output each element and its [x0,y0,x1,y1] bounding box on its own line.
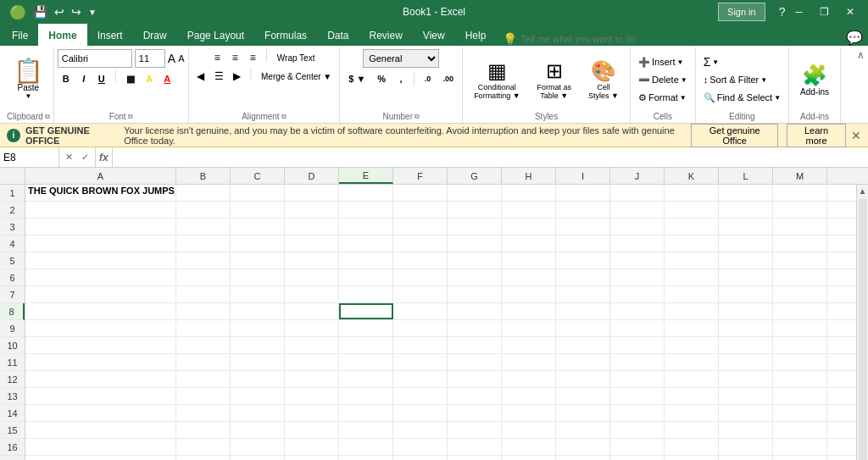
cell-l7[interactable] [719,286,773,302]
cell-j4[interactable] [610,236,665,252]
merge-center-button[interactable]: Merge & Center ▼ [257,68,336,85]
col-header-c[interactable]: C [231,168,285,184]
cell-c16[interactable] [231,439,285,455]
cell-b6[interactable] [176,269,231,285]
col-header-g[interactable]: G [448,168,502,184]
col-header-a[interactable]: A [25,168,176,184]
font-expand-icon[interactable]: ⧉ [128,113,133,121]
cell-c2[interactable] [231,202,285,218]
cell-a17[interactable] [25,456,176,460]
row-num-7[interactable]: 7 [0,286,25,303]
cell-g16[interactable] [448,439,502,455]
italic-button[interactable]: I [75,70,92,87]
col-header-l[interactable]: L [719,168,773,184]
cell-c3[interactable] [231,219,285,235]
row-num-2[interactable]: 2 [0,202,25,219]
alignment-expand-icon[interactable]: ⧉ [281,113,287,121]
cell-i8[interactable] [556,303,610,319]
cell-k17[interactable] [665,456,719,460]
bold-button[interactable]: B [58,70,75,87]
cell-h2[interactable] [502,202,556,218]
cell-f8[interactable] [393,303,448,319]
tab-file[interactable]: File [2,24,38,46]
align-top-center-button[interactable]: ≡ [226,49,243,66]
cell-b17[interactable] [176,456,231,460]
cell-i17[interactable] [556,456,610,460]
sort-filter-button[interactable]: ↕ Sort & Filter ▼ [699,71,785,88]
cell-b10[interactable] [176,337,231,353]
cell-d11[interactable] [285,354,339,370]
row-num-13[interactable]: 13 [0,388,25,405]
cell-a6[interactable] [25,269,176,285]
row-num-5[interactable]: 5 [0,252,25,269]
cell-b14[interactable] [176,405,231,421]
cell-i4[interactable] [556,236,610,252]
row-num-1[interactable]: 1 [0,185,25,202]
cell-f13[interactable] [393,388,448,404]
cell-h7[interactable] [502,286,556,302]
cell-l2[interactable] [719,202,773,218]
col-header-m[interactable]: M [773,168,827,184]
cell-f6[interactable] [393,269,448,285]
cell-i1[interactable] [556,185,610,201]
col-header-d[interactable]: D [285,168,339,184]
cell-i5[interactable] [556,252,610,269]
cell-l13[interactable] [719,388,773,404]
cell-e16[interactable] [339,439,393,455]
cell-k15[interactable] [665,422,719,438]
cell-h13[interactable] [502,388,556,404]
cell-g1[interactable] [448,185,502,201]
cell-g8[interactable] [448,303,502,319]
cell-a7[interactable] [25,286,176,302]
decrease-font-icon[interactable]: A [178,53,184,64]
cell-j5[interactable] [610,252,665,269]
cell-i14[interactable] [556,405,610,421]
cell-b2[interactable] [176,202,231,218]
cell-e15[interactable] [339,422,393,438]
font-size-input[interactable] [135,49,165,68]
cell-h17[interactable] [502,456,556,460]
cell-e12[interactable] [339,371,393,387]
format-as-table-button[interactable]: ⊞ Format asTable ▼ [530,52,580,108]
cell-k6[interactable] [665,269,719,285]
cancel-formula-icon[interactable]: ✕ [63,151,75,163]
cell-c6[interactable] [231,269,285,285]
scroll-thumb[interactable] [859,199,867,460]
cell-j10[interactable] [610,337,665,353]
cell-m1[interactable] [773,185,827,201]
cell-j8[interactable] [610,303,665,319]
cell-m3[interactable] [773,219,827,235]
cell-c7[interactable] [231,286,285,302]
learn-more-button[interactable]: Learn more [787,124,846,147]
cell-a14[interactable] [25,405,176,421]
customize-quick-access-icon[interactable]: ▼ [86,6,99,19]
cell-c15[interactable] [231,422,285,438]
cell-c13[interactable] [231,388,285,404]
cell-i13[interactable] [556,388,610,404]
cell-l17[interactable] [719,456,773,460]
cell-e14[interactable] [339,405,393,421]
cell-l1[interactable] [719,185,773,201]
cell-j13[interactable] [610,388,665,404]
font-color-button[interactable]: A [159,70,175,87]
col-header-k[interactable]: K [665,168,719,184]
cell-a15[interactable] [25,422,176,438]
cell-k1[interactable] [665,185,719,201]
number-expand-icon[interactable]: ⧉ [415,113,420,121]
currency-button[interactable]: $ ▼ [343,70,370,87]
cell-i2[interactable] [556,202,610,218]
cell-j3[interactable] [610,219,665,235]
cell-b11[interactable] [176,354,231,370]
cell-k10[interactable] [665,337,719,353]
wrap-text-button[interactable]: Wrap Text [273,49,320,66]
cell-a13[interactable] [25,388,176,404]
cell-h9[interactable] [502,320,556,336]
cell-k12[interactable] [665,371,719,387]
cell-a1[interactable]: THE QUICK BROWN FOX JUMPS OVER THE LAZY … [25,185,176,201]
border-button[interactable]: ▦ [121,70,140,87]
cell-g3[interactable] [448,219,502,235]
cell-d15[interactable] [285,422,339,438]
undo-icon[interactable]: ↩ [52,3,67,20]
cell-d17[interactable] [285,456,339,460]
cell-c10[interactable] [231,337,285,353]
